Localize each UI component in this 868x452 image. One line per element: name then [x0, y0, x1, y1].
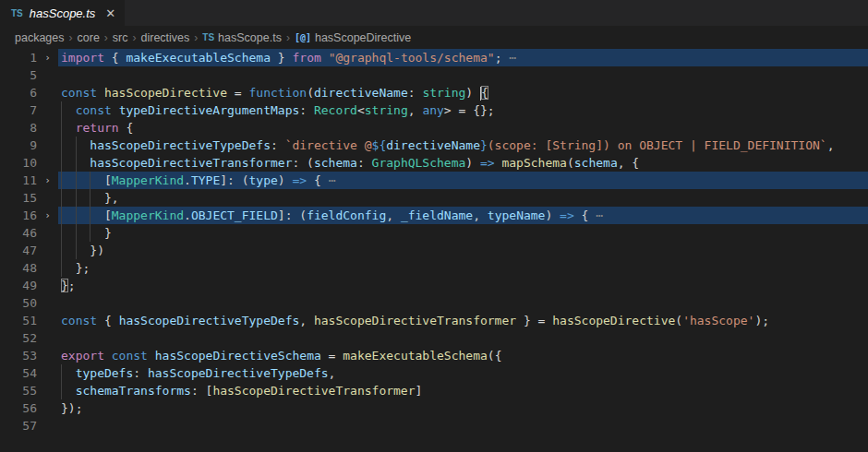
gutter[interactable]: 54: [0, 364, 58, 382]
code-content[interactable]: },: [58, 189, 868, 207]
code-content[interactable]: [58, 417, 868, 434]
gutter[interactable]: 48: [0, 259, 58, 277]
close-icon[interactable]: ✕: [105, 6, 115, 20]
code-line-15[interactable]: 15 },: [0, 189, 868, 207]
breadcrumb-item-hasscope-ts[interactable]: TShasScope.ts: [202, 31, 282, 44]
code-line-7[interactable]: 7 const typeDirectiveArgumentMaps: Recor…: [0, 101, 868, 119]
code-content[interactable]: return {: [58, 119, 868, 137]
line-number: 16: [0, 207, 37, 224]
gutter[interactable]: 7: [0, 101, 58, 119]
code-content[interactable]: [58, 294, 868, 312]
code-token: export: [61, 349, 104, 363]
fold-chevron-icon[interactable]: ›: [37, 49, 58, 66]
gutter[interactable]: 51: [0, 312, 58, 329]
indent-guide: [61, 259, 62, 277]
code-line-9[interactable]: 9 hasScopeDirectiveTypeDefs: `directive …: [0, 137, 868, 154]
folded-code-ellipsis[interactable]: ⋯: [588, 208, 603, 222]
indent-guide: [76, 172, 77, 189]
code-line-16[interactable]: 16› [MapperKind.OBJECT_FIELD]: (fieldCon…: [0, 207, 868, 224]
tab-hasscope[interactable]: TS hasScope.ts ✕: [0, 0, 125, 26]
line-number: 57: [0, 417, 37, 434]
gutter[interactable]: 8: [0, 119, 58, 137]
line-number: 53: [0, 347, 37, 364]
code-line-46[interactable]: 46 }: [0, 224, 868, 242]
folded-region-highlight[interactable]: import { makeExecutableSchema } from "@g…: [58, 49, 868, 66]
breadcrumb-item-directives[interactable]: directives: [141, 31, 190, 44]
gutter[interactable]: 52: [0, 329, 58, 347]
gutter[interactable]: 46: [0, 224, 58, 242]
code-line-50[interactable]: 50: [0, 294, 868, 312]
fold-chevron-placeholder: [37, 224, 58, 242]
breadcrumb-item-hasscopedirective[interactable]: [@]hasScopeDirective: [295, 31, 411, 44]
code-line-47[interactable]: 47 }): [0, 242, 868, 259]
gutter[interactable]: 50: [0, 294, 58, 312]
gutter[interactable]: 9: [0, 137, 58, 154]
folded-code-ellipsis[interactable]: ⋯: [321, 173, 336, 187]
code-line-10[interactable]: 10 hasScopeDirectiveTransformer: (schema…: [0, 154, 868, 172]
code-content[interactable]: };: [58, 277, 868, 294]
code-token: });: [61, 401, 82, 415]
code-content[interactable]: schemaTransforms: [hasScopeDirectiveTran…: [58, 382, 868, 399]
gutter[interactable]: 47: [0, 242, 58, 259]
code-line-5[interactable]: 5: [0, 66, 868, 84]
code-line-55[interactable]: 55 schemaTransforms: [hasScopeDirectiveT…: [0, 382, 868, 399]
code-line-8[interactable]: 8 return {: [0, 119, 868, 137]
code-line-1[interactable]: 1›import { makeExecutableSchema } from "…: [0, 49, 868, 66]
folded-region-highlight[interactable]: [MapperKind.TYPE]: (type) => { ⋯: [58, 172, 868, 189]
code-content[interactable]: };: [58, 259, 868, 277]
code-line-11[interactable]: 11› [MapperKind.TYPE]: (type) => { ⋯: [0, 172, 868, 189]
code-line-53[interactable]: 53export const hasScopeDirectiveSchema =…: [0, 347, 868, 364]
code-content[interactable]: typeDefs: hasScopeDirectiveTypeDefs,: [58, 364, 868, 382]
code-content[interactable]: [58, 66, 868, 84]
breadcrumb-item-src[interactable]: src: [113, 31, 128, 44]
gutter[interactable]: 16›: [0, 207, 58, 224]
gutter[interactable]: 5: [0, 66, 58, 84]
gutter[interactable]: 10: [0, 154, 58, 172]
code-content[interactable]: const hasScopeDirective = function(direc…: [58, 84, 868, 101]
fold-chevron-icon[interactable]: ›: [37, 207, 58, 224]
fold-chevron-placeholder: [37, 242, 58, 259]
gutter[interactable]: 55: [0, 382, 58, 399]
line-number: 8: [0, 119, 37, 137]
breadcrumb-item-core[interactable]: core: [78, 31, 100, 44]
code-line-56[interactable]: 56});: [0, 399, 868, 417]
code-content[interactable]: const { hasScopeDirectiveTypeDefs, hasSc…: [58, 312, 868, 329]
gutter[interactable]: 1›: [0, 49, 58, 66]
code-line-52[interactable]: 52: [0, 329, 868, 347]
code-content[interactable]: export const hasScopeDirectiveSchema = m…: [58, 347, 868, 364]
code-line-6[interactable]: 6const hasScopeDirective = function(dire…: [0, 84, 868, 101]
code-content[interactable]: }): [58, 242, 868, 259]
code-editor[interactable]: 1›import { makeExecutableSchema } from "…: [0, 49, 868, 434]
code-content[interactable]: }: [58, 224, 868, 242]
gutter[interactable]: 49: [0, 277, 58, 294]
folded-region-highlight[interactable]: [MapperKind.OBJECT_FIELD]: (fieldConfig,…: [58, 207, 868, 224]
fold-chevron-placeholder: [37, 189, 58, 207]
gutter[interactable]: 15: [0, 189, 58, 207]
gutter[interactable]: 56: [0, 399, 58, 417]
line-number: 51: [0, 312, 37, 329]
breadcrumb-label: directives: [141, 31, 190, 44]
code-line-57[interactable]: 57: [0, 417, 868, 434]
indent-guide: [61, 189, 62, 207]
fold-chevron-icon[interactable]: ›: [37, 172, 58, 189]
breadcrumb-label: core: [78, 31, 100, 44]
gutter[interactable]: 57: [0, 417, 58, 434]
code-content[interactable]: const typeDirectiveArgumentMaps: Record<…: [58, 101, 868, 119]
gutter[interactable]: 11›: [0, 172, 58, 189]
code-content[interactable]: hasScopeDirectiveTransformer: (schema: G…: [58, 154, 868, 172]
code-content[interactable]: hasScopeDirectiveTypeDefs: `directive @$…: [58, 137, 868, 154]
folded-code-ellipsis[interactable]: ⋯: [501, 51, 516, 65]
code-token: _fieldName: [401, 208, 473, 222]
breadcrumb-item-packages[interactable]: packages: [15, 31, 65, 44]
code-line-54[interactable]: 54 typeDefs: hasScopeDirectiveTypeDefs,: [0, 364, 868, 382]
code-token: =>: [560, 208, 574, 222]
gutter[interactable]: 6: [0, 84, 58, 101]
breadcrumb: packages›core›src›directives›TShasScope.…: [0, 26, 868, 49]
code-line-48[interactable]: 48 };: [0, 259, 868, 277]
gutter[interactable]: 53: [0, 347, 58, 364]
code-content[interactable]: [58, 329, 868, 347]
code-token: schema: [574, 156, 618, 170]
code-content[interactable]: });: [58, 399, 868, 417]
code-line-51[interactable]: 51const { hasScopeDirectiveTypeDefs, has…: [0, 312, 868, 329]
code-line-49[interactable]: 49};: [0, 277, 868, 294]
